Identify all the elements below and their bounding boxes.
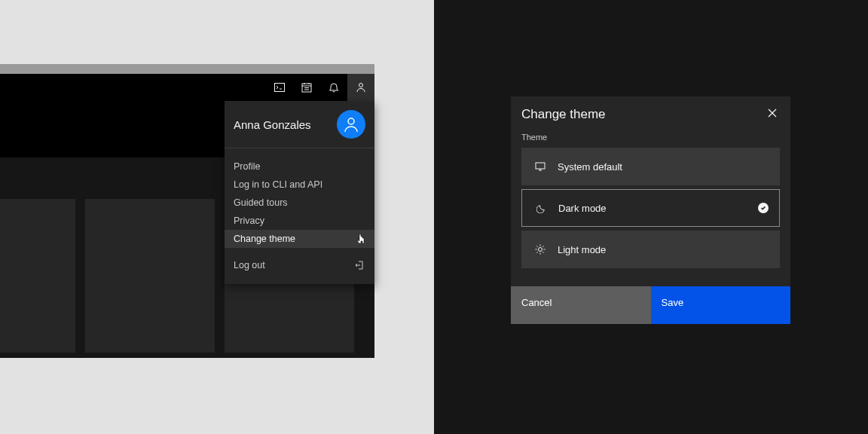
- window-title-bar: [0, 64, 374, 74]
- header-bar: [0, 74, 374, 101]
- theme-option-light[interactable]: Light mode: [521, 231, 780, 268]
- moon-icon: [536, 203, 546, 213]
- svg-line-21: [536, 252, 537, 252]
- cancel-button[interactable]: Cancel: [511, 286, 651, 324]
- svg-point-7: [359, 84, 363, 87]
- svg-line-22: [542, 246, 543, 246]
- menu-item-logout[interactable]: Log out: [225, 252, 374, 281]
- left-preview-pane: Anna Gonzales Profile Log in to CLI and …: [0, 0, 434, 434]
- svg-line-20: [542, 252, 543, 252]
- system-icon: [535, 161, 546, 172]
- change-theme-modal: Change theme Theme System default: [511, 96, 790, 324]
- right-preview-pane: Change theme Theme System default: [434, 0, 868, 434]
- logout-icon: [355, 260, 365, 270]
- svg-point-8: [348, 118, 354, 124]
- check-icon: [758, 203, 769, 213]
- theme-label: Dark mode: [558, 203, 607, 214]
- modal-header: Change theme: [511, 96, 790, 127]
- svg-rect-11: [536, 163, 545, 169]
- terminal-icon-button[interactable]: [266, 74, 293, 101]
- cursor-pointer-icon: [356, 234, 365, 244]
- profile-header: Anna Gonzales: [225, 101, 374, 148]
- profile-menu: Anna Gonzales Profile Log in to CLI and …: [225, 101, 374, 284]
- modal-body: Theme System default Dark mod: [511, 127, 790, 286]
- menu-item-label: Log out: [234, 260, 265, 270]
- theme-section-label: Theme: [521, 133, 780, 142]
- user-icon-button[interactable]: [347, 74, 374, 101]
- theme-option-dark[interactable]: Dark mode: [521, 189, 780, 227]
- modal-footer: Cancel Save: [511, 286, 790, 324]
- save-button[interactable]: Save: [651, 286, 791, 324]
- sun-icon: [535, 244, 546, 255]
- modal-title: Change theme: [521, 107, 606, 122]
- menu-item-label: Change theme: [234, 234, 295, 244]
- theme-label: System default: [558, 161, 622, 173]
- menu-items: Profile Log in to CLI and API Guided tou…: [225, 148, 374, 284]
- profile-name: Anna Gonzales: [234, 118, 311, 131]
- menu-item-login-cli[interactable]: Log in to CLI and API: [225, 176, 374, 194]
- svg-point-14: [539, 248, 542, 252]
- calendar-icon-button[interactable]: [293, 74, 320, 101]
- notification-icon-button[interactable]: [320, 74, 347, 101]
- avatar: [337, 110, 365, 139]
- card-placeholder: [85, 199, 215, 353]
- menu-item-privacy[interactable]: Privacy: [225, 212, 374, 230]
- theme-label: Light mode: [558, 244, 606, 255]
- menu-item-change-theme[interactable]: Change theme: [225, 230, 374, 248]
- close-button[interactable]: [765, 105, 780, 121]
- menu-item-profile[interactable]: Profile: [225, 157, 374, 176]
- svg-rect-0: [275, 84, 285, 92]
- theme-option-system[interactable]: System default: [521, 148, 780, 185]
- card-placeholder: [0, 199, 75, 353]
- svg-line-19: [536, 246, 537, 246]
- menu-item-guided-tours[interactable]: Guided tours: [225, 194, 374, 212]
